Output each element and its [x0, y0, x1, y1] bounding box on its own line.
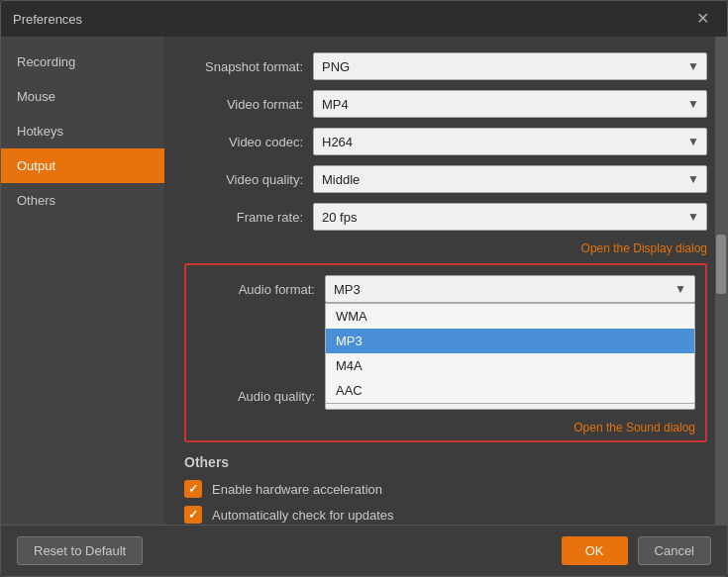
bottom-bar: Reset to Default OK Cancel	[1, 525, 727, 576]
main-content: Recording Mouse Hotkeys Output Others Sn…	[1, 37, 727, 525]
checkbox-hardware[interactable]: ✓	[184, 480, 202, 498]
open-display-dialog-link[interactable]: Open the Display dialog	[581, 241, 707, 255]
video-format-row: Video format: MP4 AVI MOV ▼	[184, 90, 707, 118]
video-codec-row: Video codec: H264 H265 ▼	[184, 128, 707, 155]
preferences-dialog: Preferences ✕ Recording Mouse Hotkeys Ou…	[0, 0, 728, 577]
video-codec-select[interactable]: H264 H265	[313, 128, 707, 155]
checkbox-updates[interactable]: ✓	[184, 506, 202, 524]
video-quality-wrapper: Middle High Low ▼	[313, 165, 707, 193]
audio-format-dropdown-container: MP3 ▼ WMA MP3 M4A AAC	[325, 275, 695, 303]
dropdown-option-wma[interactable]: WMA	[326, 304, 694, 329]
chevron-down-icon: ▼	[675, 282, 686, 296]
title-bar: Preferences ✕	[1, 1, 727, 37]
ok-button[interactable]: OK	[562, 536, 628, 565]
open-sound-dialog-link[interactable]: Open the Sound dialog	[573, 421, 695, 434]
sidebar-item-hotkeys[interactable]: Hotkeys	[1, 114, 164, 148]
sidebar-item-output[interactable]: Output	[1, 148, 164, 183]
frame-rate-row: Frame rate: 20 fps 30 fps 60 fps ▼	[184, 203, 707, 231]
dropdown-option-aac[interactable]: AAC	[326, 378, 694, 403]
scrollbar-thumb[interactable]	[716, 235, 726, 294]
sidebar-item-others[interactable]: Others	[1, 183, 164, 218]
video-quality-label: Video quality:	[184, 172, 313, 187]
video-codec-label: Video codec:	[184, 135, 313, 149]
video-quality-select[interactable]: Middle High Low	[313, 165, 707, 193]
video-format-select[interactable]: MP4 AVI MOV	[313, 90, 707, 118]
audio-format-label: Audio format:	[196, 282, 325, 297]
sidebar-item-mouse[interactable]: Mouse	[1, 79, 164, 114]
frame-rate-wrapper: 20 fps 30 fps 60 fps ▼	[313, 203, 707, 231]
sidebar-item-recording[interactable]: Recording	[1, 45, 164, 79]
ok-cancel-group: OK Cancel	[562, 536, 711, 565]
cancel-button[interactable]: Cancel	[638, 536, 711, 565]
dropdown-option-mp3[interactable]: MP3	[326, 329, 694, 353]
snapshot-format-select[interactable]: PNG JPG BMP	[313, 52, 707, 80]
audio-format-select[interactable]: MP3 ▼	[325, 275, 695, 303]
reset-to-default-button[interactable]: Reset to Default	[17, 536, 143, 565]
checkbox-hardware-label: Enable hardware acceleration	[212, 482, 382, 497]
close-button[interactable]: ✕	[690, 9, 715, 29]
scrollbar-track[interactable]	[715, 37, 727, 525]
snapshot-format-wrapper: PNG JPG BMP ▼	[313, 52, 707, 80]
snapshot-format-label: Snapshot format:	[184, 59, 313, 74]
sidebar: Recording Mouse Hotkeys Output Others	[1, 37, 164, 525]
frame-rate-select[interactable]: 20 fps 30 fps 60 fps	[313, 203, 707, 231]
dialog-title: Preferences	[13, 12, 82, 27]
others-title: Others	[184, 454, 707, 470]
video-codec-wrapper: H264 H265 ▼	[313, 128, 707, 155]
checkbox-updates-label: Automatically check for updates	[212, 508, 394, 523]
frame-rate-label: Frame rate:	[184, 210, 313, 225]
checkbox-row-updates: ✓ Automatically check for updates	[184, 506, 707, 524]
snapshot-format-row: Snapshot format: PNG JPG BMP ▼	[184, 52, 707, 80]
dropdown-option-m4a[interactable]: M4A	[326, 353, 694, 378]
content-area: Snapshot format: PNG JPG BMP ▼ Video for…	[164, 37, 727, 525]
audio-format-row: Audio format: MP3 ▼ WMA MP3 M4A AAC	[196, 275, 695, 303]
video-format-label: Video format:	[184, 97, 313, 112]
video-format-wrapper: MP4 AVI MOV ▼	[313, 90, 707, 118]
audio-section: Audio format: MP3 ▼ WMA MP3 M4A AAC	[184, 263, 707, 442]
audio-quality-label: Audio quality:	[196, 389, 325, 404]
video-quality-row: Video quality: Middle High Low ▼	[184, 165, 707, 193]
checkbox-row-hardware: ✓ Enable hardware acceleration	[184, 480, 707, 498]
audio-format-dropdown: WMA MP3 M4A AAC	[325, 303, 695, 404]
